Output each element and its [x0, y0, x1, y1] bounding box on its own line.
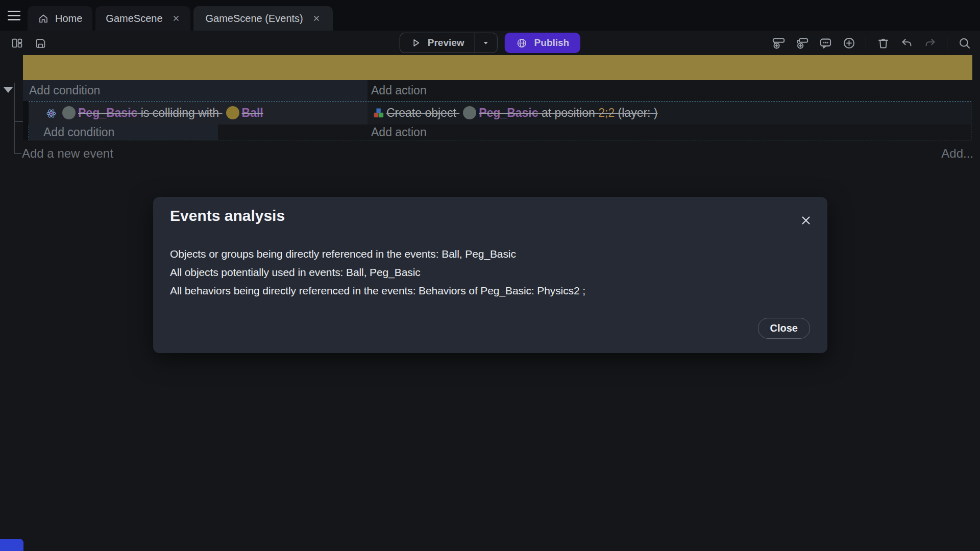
event-drag-handle[interactable] [23, 101, 29, 140]
highlighted-event-row[interactable] [23, 55, 972, 80]
add-condition-label: Add condition [29, 84, 100, 97]
save-icon [34, 37, 47, 49]
event-fold-caret[interactable] [4, 87, 13, 93]
project-manager-icon [11, 37, 23, 49]
tab-gamescene[interactable]: GameScene [95, 6, 190, 31]
physics-behavior-icon [46, 104, 57, 127]
hamburger-icon [8, 15, 20, 16]
add-comment-button[interactable] [815, 32, 836, 54]
globe-icon [516, 37, 528, 49]
create-object-icon [373, 104, 384, 127]
undo-button[interactable] [896, 32, 917, 54]
close-icon [799, 214, 813, 227]
tab-label: GameScene [106, 13, 162, 24]
toolbar-divider [947, 36, 947, 49]
add-new-event-label: Add a new event [22, 146, 113, 160]
condition-object1-name: Peg_Basic [78, 106, 137, 119]
publish-button[interactable]: Publish [505, 33, 581, 53]
redo-icon [923, 36, 937, 50]
add-new-event-link[interactable]: Add a new event [22, 146, 113, 161]
hamburger-icon [8, 11, 20, 12]
preview-options-button[interactable] [475, 33, 497, 53]
toolbar-divider [866, 36, 866, 49]
events-analysis-dialog: Events analysis Objects or groups being … [153, 197, 827, 353]
chevron-down-icon [481, 38, 491, 48]
action-object-name: Peg_Basic [479, 106, 538, 119]
project-manager-button[interactable] [6, 32, 28, 54]
add-action-link[interactable]: Add action [371, 124, 427, 140]
search-events-button[interactable] [953, 32, 975, 54]
add-action-label: Add action [371, 126, 427, 139]
toolbar-left-group [6, 31, 51, 55]
ball-object-icon [226, 106, 239, 119]
gdevelop-editor-window: Home GameScene GameScene (Events) [0, 0, 980, 551]
save-project-button[interactable] [30, 32, 51, 54]
close-button[interactable]: Close [758, 318, 810, 339]
close-tab-icon[interactable] [172, 14, 180, 22]
add-comment-icon [819, 36, 832, 50]
bottom-left-notification-corner [0, 539, 23, 551]
add-event-button[interactable] [768, 32, 789, 54]
hamburger-icon [8, 19, 20, 20]
toolbar-right-group [768, 31, 975, 55]
analysis-line-behaviors-referenced: All behaviors being directly referenced … [170, 282, 811, 300]
condition-instruction[interactable]: Peg_Basic is colliding with Ball [46, 102, 263, 124]
search-icon [958, 36, 971, 50]
dialog-title: Events analysis [170, 207, 285, 224]
add-event-icon [772, 36, 786, 50]
tab-bar: Home GameScene GameScene (Events) [0, 0, 980, 31]
analysis-line-objects-used: All objects potentially used in events: … [170, 263, 811, 282]
tab-home[interactable]: Home [28, 6, 92, 31]
condition-text: is colliding with [137, 106, 222, 119]
add-action-link[interactable]: Add action [371, 80, 427, 101]
main-menu-button[interactable] [0, 0, 28, 31]
preview-button[interactable]: Preview [400, 33, 475, 53]
add-action-label: Add action [371, 84, 427, 97]
tab-label: GameScene (Events) [206, 13, 303, 24]
toolbar-center-group: Preview Publish [400, 31, 580, 55]
condition-object2-name: Ball [242, 106, 263, 119]
play-icon [410, 37, 422, 48]
dialog-body: Objects or groups being directly referen… [170, 245, 811, 300]
tab-label: Home [55, 13, 82, 24]
tab-gamescene-events[interactable]: GameScene (Events) [193, 6, 333, 31]
choose-event-type-button[interactable] [838, 32, 860, 54]
dialog-close-button[interactable] [798, 212, 814, 229]
events-toolbar: Preview Publish [0, 31, 980, 55]
add-subevent-button[interactable] [791, 32, 813, 54]
home-icon [38, 13, 49, 24]
add-subevent-icon [795, 36, 809, 50]
close-tab-icon[interactable] [312, 14, 321, 22]
preview-label: Preview [428, 37, 464, 48]
add-condition-label: Add condition [43, 126, 114, 139]
trash-icon [876, 36, 890, 50]
action-instruction[interactable]: Create object Peg_Basic at position 2;2 … [373, 102, 658, 124]
event-tree-line [14, 153, 21, 154]
action-text3: (layer: ) [615, 106, 657, 119]
undo-icon [900, 36, 914, 50]
add-condition-link[interactable]: Add condition [23, 80, 368, 101]
action-text1: Create object [386, 106, 459, 119]
action-position-value: 2;2 [598, 106, 615, 119]
add-event-type-link[interactable]: Add... [941, 146, 973, 161]
preview-split-button: Preview [400, 33, 498, 53]
publish-label: Publish [534, 37, 570, 48]
peg-basic-object-icon [62, 106, 76, 119]
event-tree-line [14, 83, 15, 154]
add-circle-icon [842, 36, 856, 50]
add-condition-link[interactable]: Add condition [29, 124, 218, 140]
add-button-label: Add... [941, 146, 973, 160]
delete-button[interactable] [872, 32, 894, 54]
peg-basic-object-icon [463, 106, 476, 119]
redo-button[interactable] [919, 32, 941, 54]
action-text2: at position [538, 106, 599, 119]
analysis-line-objects-referenced: Objects or groups being directly referen… [170, 245, 811, 263]
